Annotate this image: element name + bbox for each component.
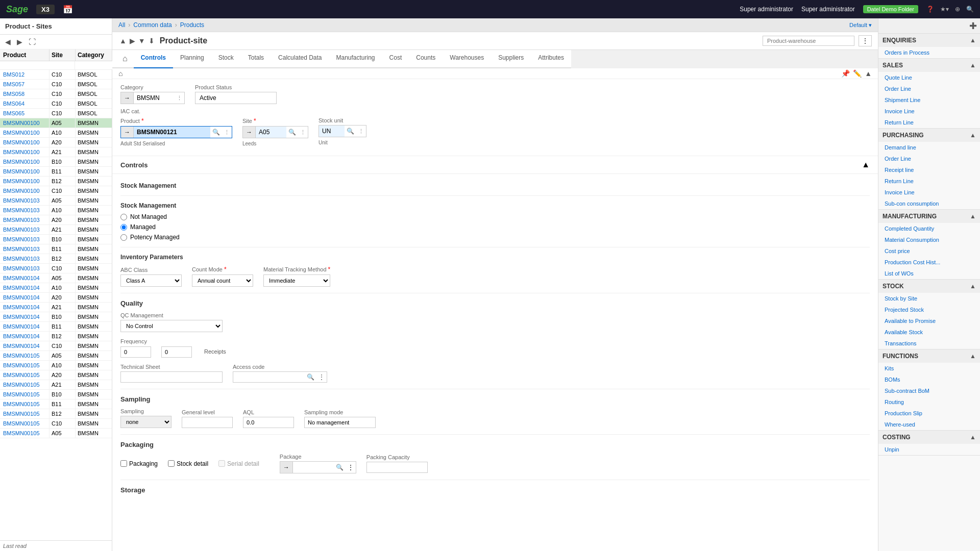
list-item[interactable]: BMSMN00105 B10 BMSMN xyxy=(0,390,112,399)
breadcrumb-all[interactable]: All xyxy=(118,21,125,29)
favorites-icon[interactable]: ★▾ xyxy=(940,6,949,13)
product-arrow[interactable]: → xyxy=(121,127,134,138)
rp-item[interactable]: Demand line xyxy=(878,142,980,153)
radio-managed[interactable]: Managed xyxy=(120,223,870,231)
access-code-input[interactable] xyxy=(233,372,305,382)
tab-controls[interactable]: Controls xyxy=(134,50,173,68)
stock-unit-input[interactable] xyxy=(319,126,345,137)
list-item[interactable]: BMSMN00100 B10 BMSMN xyxy=(0,157,112,167)
general-level-input[interactable] xyxy=(182,417,233,428)
category-more[interactable]: ⋮ xyxy=(175,93,184,104)
rp-item[interactable]: Shipment Line xyxy=(878,94,980,106)
mini-home-icon[interactable]: ⌂ xyxy=(118,69,122,78)
stock-unit-search[interactable]: 🔍 xyxy=(345,126,356,137)
rp-item[interactable]: Production Cost Hist... xyxy=(878,257,980,268)
rp-section-header[interactable]: COSTING▲ xyxy=(878,431,980,444)
rp-item[interactable]: BOMs xyxy=(878,374,980,385)
material-tracking-select[interactable]: Immediate Deferred None xyxy=(263,274,330,287)
rp-item[interactable]: Stock by Site xyxy=(878,293,980,304)
freq-val2-input[interactable] xyxy=(161,346,192,358)
rp-section-header[interactable]: MANUFACTURING▲ xyxy=(878,210,980,223)
product-search[interactable]: 🔍 xyxy=(210,127,222,138)
tab-planning[interactable]: Planning xyxy=(173,50,211,68)
access-code-search[interactable]: 🔍 xyxy=(305,372,316,382)
list-item[interactable]: BMSMN00100 A10 BMSMN xyxy=(0,128,112,138)
radio-not-managed[interactable]: Not Managed xyxy=(120,213,870,220)
tab-manufacturing[interactable]: Manufacturing xyxy=(329,50,382,68)
form-edit-icon[interactable]: ✏️ xyxy=(853,69,862,78)
tab-calculated-data[interactable]: Calculated Data xyxy=(271,50,329,68)
list-item[interactable]: BMSMN00103 A20 BMSMN xyxy=(0,215,112,225)
product-warehouse-search[interactable] xyxy=(763,36,854,46)
list-item[interactable]: BMSMN00100 B12 BMSMN xyxy=(0,177,112,186)
magnify-icon[interactable]: 🔍 xyxy=(966,6,974,13)
right-panel-add-btn[interactable]: ✚ xyxy=(969,20,977,32)
radio-not-managed-input[interactable] xyxy=(120,214,127,220)
list-item[interactable]: BMSMN00103 B11 BMSMN xyxy=(0,244,112,254)
list-item[interactable]: BMSMN00103 A10 BMSMN xyxy=(0,206,112,215)
rp-item[interactable]: Invoice Line xyxy=(878,106,980,117)
list-item[interactable]: BMSMN00104 A05 BMSMN xyxy=(0,273,112,283)
list-item[interactable]: BMS065 C10 BMSOL xyxy=(0,109,112,118)
stock-unit-more[interactable]: ⋮ xyxy=(356,126,366,137)
radio-managed-input[interactable] xyxy=(120,224,127,231)
rp-item[interactable]: Return Line xyxy=(878,117,980,128)
list-item[interactable]: BMSMN00103 A05 BMSMN xyxy=(0,196,112,206)
nav-down[interactable]: ▼ xyxy=(137,36,146,46)
rp-item[interactable]: Order Line xyxy=(878,83,980,94)
rp-section-header[interactable]: SALES▲ xyxy=(878,59,980,72)
rp-item[interactable]: Unpin xyxy=(878,444,980,455)
controls-collapse-btn[interactable]: ▲ xyxy=(862,160,870,169)
list-item[interactable]: BMSMN00105 A21 BMSMN xyxy=(0,380,112,390)
more-options-button[interactable]: ⋮ xyxy=(859,35,872,46)
list-item[interactable]: BMSMN00104 A20 BMSMN xyxy=(0,293,112,303)
list-item[interactable]: BMS058 C10 BMSOL xyxy=(0,89,112,99)
rp-section-header[interactable]: PURCHASING▲ xyxy=(878,129,980,142)
rp-section-header[interactable]: STOCK▲ xyxy=(878,280,980,293)
technical-sheet-input[interactable] xyxy=(120,371,223,383)
list-item[interactable]: BMS057 C10 BMSOL xyxy=(0,80,112,89)
rp-item[interactable]: Sub-con consumption xyxy=(878,198,980,209)
product-more[interactable]: ⋮ xyxy=(222,127,232,138)
count-mode-select[interactable]: Annual count Periodic None xyxy=(192,274,253,287)
list-item[interactable]: BMSMN00104 A21 BMSMN xyxy=(0,303,112,312)
nav-right[interactable]: ▶ xyxy=(129,36,136,46)
rp-item[interactable]: Orders in Process xyxy=(878,47,980,58)
sidebar-nav-prev[interactable]: ◀ xyxy=(3,37,13,47)
packing-capacity-input[interactable] xyxy=(366,462,428,473)
list-item[interactable]: BMSMN00105 A10 BMSMN xyxy=(0,361,112,370)
tab-suppliers[interactable]: Suppliers xyxy=(491,50,531,68)
list-item[interactable]: BMSMN00103 C10 BMSMN xyxy=(0,264,112,273)
sidebar-expand[interactable]: ⛶ xyxy=(27,37,38,47)
qc-management-select[interactable]: No Control Full Control Partial xyxy=(120,320,223,332)
tab-home[interactable]: ⌂ xyxy=(116,50,134,67)
category-arrow[interactable]: → xyxy=(121,92,134,104)
list-item[interactable]: BMSMN00104 B11 BMSMN xyxy=(0,322,112,332)
radio-potency-managed-input[interactable] xyxy=(120,234,127,241)
sidebar-nav-next[interactable]: ▶ xyxy=(15,37,24,47)
list-item[interactable]: BMSMN00105 B12 BMSMN xyxy=(0,409,112,419)
search-global-icon[interactable]: ⊕ xyxy=(955,6,960,13)
tab-cost[interactable]: Cost xyxy=(382,50,409,68)
access-code-more[interactable]: ⋮ xyxy=(316,372,327,382)
rp-item[interactable]: Quote Line xyxy=(878,72,980,83)
site-arrow[interactable]: → xyxy=(243,127,256,138)
breadcrumb-common-data[interactable]: Common data xyxy=(133,21,172,29)
rp-item[interactable]: Sub-contract BoM xyxy=(878,385,980,396)
breadcrumb-products[interactable]: Products xyxy=(180,21,204,29)
rp-item[interactable]: Kits xyxy=(878,363,980,374)
list-item[interactable]: BMSMN00105 A05 BMSMN xyxy=(0,429,112,438)
rp-item[interactable]: Production Slip xyxy=(878,408,980,419)
list-item[interactable]: BMSMN00105 C10 BMSMN xyxy=(0,419,112,429)
category-input[interactable] xyxy=(134,92,175,104)
list-item[interactable]: BMSMN00105 A20 BMSMN xyxy=(0,370,112,380)
rp-item[interactable]: Routing xyxy=(878,396,980,408)
rp-item[interactable]: Material Consumption xyxy=(878,234,980,245)
list-item[interactable]: BMSMN00100 C10 BMSMN xyxy=(0,186,112,196)
tab-attributes[interactable]: Attributes xyxy=(531,50,571,68)
rp-section-header[interactable]: ENQUIRIES▲ xyxy=(878,34,980,47)
controls-section-header[interactable]: Controls ▲ xyxy=(112,156,878,174)
list-item[interactable]: BMS012 C10 BMSOL xyxy=(0,70,112,80)
list-item[interactable]: BMSMN00100 B11 BMSMN xyxy=(0,167,112,177)
product-input[interactable] xyxy=(134,127,210,138)
